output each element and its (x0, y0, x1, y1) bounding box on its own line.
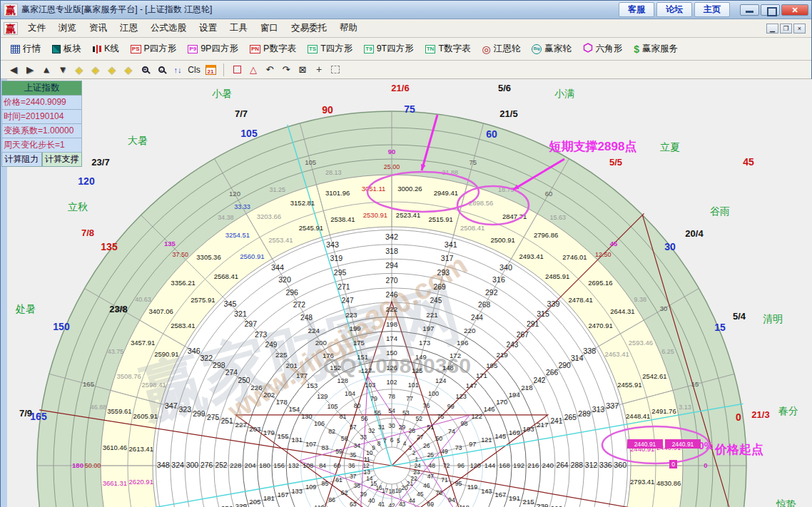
svg-text:251: 251 (221, 417, 233, 425)
toolbar-button-T数字表[interactable]: TNT数字表 (420, 41, 477, 58)
svg-text:4830.86: 4830.86 (656, 479, 681, 487)
svg-text:5/4: 5/4 (733, 311, 746, 322)
toolbar2-diamond-left[interactable]: ◈ (72, 63, 86, 77)
svg-text:150: 150 (53, 321, 70, 332)
minimize-button[interactable] (740, 4, 759, 16)
svg-text:立秋: 立秋 (68, 201, 88, 212)
svg-text:312: 312 (585, 461, 598, 469)
svg-text:339: 339 (547, 299, 559, 308)
svg-text:51: 51 (427, 424, 434, 431)
svg-text:3101.96: 3101.96 (325, 189, 350, 197)
toolbar-button-P四方形[interactable]: PSP四方形 (125, 41, 183, 58)
svg-text:2538.41: 2538.41 (330, 215, 355, 223)
svg-text:价格起点: 价格起点 (714, 443, 763, 456)
toolbar2-boxed-x-tool[interactable]: ⊠ (295, 63, 310, 77)
menu-item-8[interactable]: 交易委托 (285, 20, 333, 36)
mdi-window-controls: ▁ ❐ × (766, 24, 808, 34)
toolbar-button-行情[interactable]: 行情 (5, 41, 46, 58)
titlebar-button-0[interactable]: 客服 (619, 2, 654, 17)
svg-text:2470.91: 2470.91 (589, 322, 613, 329)
svg-text:44: 44 (408, 497, 415, 504)
panel-button-1[interactable]: 计算支撑 (42, 153, 83, 167)
maximize-button[interactable] (761, 4, 780, 16)
toolbar2-diamond-down[interactable]: ◈ (121, 63, 136, 77)
svg-text:273: 273 (255, 331, 267, 339)
toolbar2-down-arrow[interactable]: ▼ (56, 63, 70, 77)
menu-item-6[interactable]: 工具 (223, 20, 254, 36)
close-button[interactable]: ✕ (781, 4, 808, 16)
mdi-minimize-button[interactable]: ▁ (766, 24, 778, 34)
menu-item-0[interactable]: 文件 (21, 20, 52, 36)
panel-button-0[interactable]: 计算阻力 (1, 153, 42, 167)
svg-text:3508.76: 3508.76 (116, 372, 141, 380)
svg-text:2746.01: 2746.01 (562, 253, 587, 261)
menu-item-7[interactable]: 窗口 (254, 20, 285, 36)
svg-text:198: 198 (386, 320, 397, 328)
menu-item-2[interactable]: 资讯 (83, 20, 113, 36)
toolbar2-center-tool[interactable] (312, 63, 326, 77)
menu-item-5[interactable]: 设置 (193, 20, 223, 36)
toolbar-button-板块[interactable]: 板块 (46, 41, 87, 58)
toolbar2-zoom-in[interactable]: + (138, 63, 152, 77)
svg-text:21/6: 21/6 (391, 83, 409, 93)
svg-text:57: 57 (350, 424, 357, 431)
toolbar-button-T四方形[interactable]: TST四方形 (302, 41, 358, 58)
svg-text:347: 347 (165, 401, 178, 410)
toolbar-button-9P四方形[interactable]: P99P四方形 (182, 41, 244, 58)
badge-icon-TS: TS (308, 45, 318, 53)
svg-text:290: 290 (558, 361, 571, 369)
svg-text:222: 222 (386, 305, 397, 313)
svg-text:346: 346 (188, 347, 201, 355)
svg-text:294: 294 (385, 261, 398, 270)
svg-text:3: 3 (408, 444, 412, 451)
toolbar2-diamond-right[interactable]: ◈ (88, 63, 103, 77)
mdi-restore-button[interactable]: ❐ (780, 24, 792, 34)
toolbar-button-9T四方形[interactable]: T99T四方形 (358, 41, 419, 58)
down-arrow-icon: ▼ (59, 64, 68, 75)
toolbar-button-赢家轮[interactable]: Big赢家轮 (526, 41, 577, 58)
toolbar2-back-arrow[interactable]: ◀ (6, 63, 21, 77)
svg-text:314: 314 (571, 354, 584, 362)
svg-text:2949.41: 2949.41 (434, 189, 458, 197)
toolbar2-up-arrow[interactable]: ▲ (39, 63, 54, 77)
svg-text:35: 35 (350, 451, 357, 459)
svg-text:169: 169 (509, 429, 520, 436)
svg-text:193: 193 (523, 425, 534, 433)
toolbar2-dashed-box-tool[interactable] (328, 63, 342, 77)
svg-text:75: 75 (404, 103, 415, 115)
toolbar2-calendar[interactable]: 21 (203, 63, 218, 77)
toolbar2-triangle-tool[interactable]: △ (246, 63, 260, 77)
svg-text:31: 31 (378, 424, 385, 431)
toolbar2-rotate-ccw[interactable]: ↶ (263, 63, 277, 77)
svg-text:152: 152 (330, 364, 341, 372)
toolbar2-cls-button[interactable]: Cls (187, 63, 201, 77)
svg-text:315: 315 (537, 309, 549, 318)
menu-item-1[interactable]: 浏览 (52, 20, 83, 36)
toolbar2-square-tool[interactable] (230, 63, 244, 77)
toolbar2-zoom-out[interactable]: - (154, 63, 168, 77)
mdi-close-button[interactable]: × (793, 24, 806, 34)
toolbar2-updown-scale[interactable]: ↑↓ (171, 63, 185, 77)
badge-icon-T9: T9 (364, 45, 373, 53)
toolbar-button-P数字表[interactable]: PNP数字表 (244, 41, 302, 58)
svg-text:205: 205 (249, 498, 260, 506)
toolbar2-rotate-cw[interactable]: ↷ (279, 63, 293, 77)
toolbar-button-K线[interactable]: K线 (87, 41, 125, 58)
menu-item-9[interactable]: 帮助 (333, 20, 364, 36)
menu-item-4[interactable]: 公式选股 (144, 20, 193, 36)
toolbar-button-六角形[interactable]: 六角形 (577, 41, 629, 58)
titlebar-button-2[interactable]: 主页 (694, 2, 730, 17)
toolbar2-diamond-up[interactable]: ◈ (105, 63, 119, 77)
up-arrow-icon: ▲ (42, 64, 51, 75)
svg-text:201: 201 (286, 362, 298, 369)
toolbar-button-赢家服务[interactable]: $赢家服务 (628, 41, 684, 58)
svg-text:77: 77 (406, 395, 413, 402)
gann-wheel-chart[interactable]: 赢家财富网www.yingjia360.comQQ:10080036012345… (1, 79, 812, 507)
toolbar2-forward-arrow[interactable]: ▶ (23, 63, 37, 77)
svg-text:172: 172 (450, 352, 461, 359)
rotate-cw-icon: ↷ (283, 64, 290, 75)
toolbar-button-江恩轮[interactable]: ◎江恩轮 (477, 41, 527, 58)
menu-item-3[interactable]: 江恩 (113, 20, 144, 36)
titlebar-button-1[interactable]: 论坛 (656, 2, 692, 17)
svg-text:218: 218 (521, 384, 533, 391)
